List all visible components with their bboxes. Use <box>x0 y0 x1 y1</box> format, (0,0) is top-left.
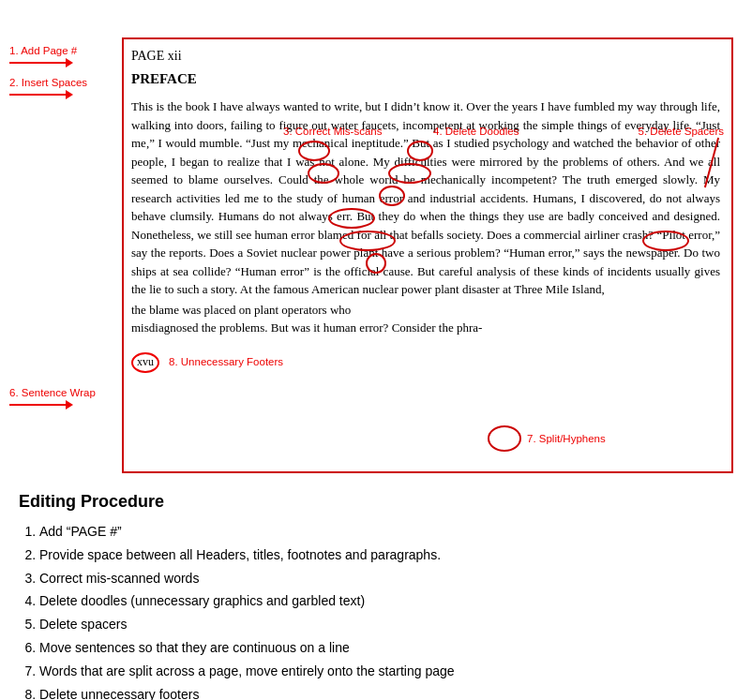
correct-miscans-label: 3. Correct Mis-scans <box>283 126 382 137</box>
doc-content: PAGE xii PREFACE This is the book I have… <box>131 47 720 373</box>
document-box: 3. Correct Mis-scans 4. Delete Doodles 5… <box>122 37 733 473</box>
circle-incompetent <box>642 231 689 251</box>
circle-phra <box>488 425 521 452</box>
editing-list-item: Words that are split across a page, move… <box>39 661 733 683</box>
circle-didnt <box>407 141 433 161</box>
footer-circle: xvu <box>131 352 159 373</box>
editing-list-item: Add “PAGE #” <box>39 521 733 544</box>
circle-and <box>379 186 405 206</box>
unnecessary-footers-label: 8. Unnecessary Footers <box>169 354 283 370</box>
editing-title: Editing Procedure <box>19 492 733 512</box>
footer-area: xvu 8. Unnecessary Footers <box>131 352 720 373</box>
split-hyphens-annotation: 7. Split/Hyphens <box>527 431 606 446</box>
delete-doodles-label: 4. Delete Doodles <box>433 126 519 137</box>
correct-miscans-annotation: 3. Correct Mis-scans <box>283 124 382 139</box>
circle-everyday <box>388 163 431 184</box>
circle-difficulties <box>328 208 375 229</box>
insert-spaces-label: 2. Insert Spaces <box>9 77 87 88</box>
editing-list-item: Delete doodles (unnecessary graphics and… <box>39 590 733 613</box>
circle-me <box>366 253 386 274</box>
delete-doodles-annotation: 4. Delete Doodles <box>433 124 519 139</box>
split-hyphens-label: 7. Split/Hyphens <box>527 433 606 444</box>
editing-list-item: Provide space between all Headers, title… <box>39 544 733 567</box>
delete-spacers-annotation: 5. Delete Spacers <box>639 124 724 139</box>
editing-list-item: Delete spacers <box>39 614 733 636</box>
preface-heading: PREFACE <box>131 69 720 90</box>
circle-whole-world <box>339 231 396 251</box>
wrap-line1: the blame was placed on plant operators … <box>131 301 720 320</box>
add-page-label: 1. Add Page # <box>9 45 77 56</box>
circle-failing <box>308 163 339 184</box>
page-header: PAGE xii <box>131 47 720 66</box>
circle-wanted <box>298 141 330 161</box>
left-annotations: 1. Add Page # 2. Insert Spaces 6. Senten… <box>9 37 120 473</box>
editing-list-item: Delete unnecessary footers <box>39 684 733 700</box>
editing-section: Editing Procedure Add “PAGE #”Provide sp… <box>9 492 733 700</box>
sentence-wrap-annotation: 6. Sentence Wrap <box>9 387 96 410</box>
body-text: This is the book I have always wanted to… <box>131 97 720 299</box>
editing-list-item: Correct mis-scanned words <box>39 568 733 590</box>
sentence-wrap-label: 6. Sentence Wrap <box>9 387 96 398</box>
page-container: 1. Add Page # 2. Insert Spaces 6. Senten… <box>0 0 752 700</box>
add-page-annotation: 1. Add Page # <box>9 45 77 67</box>
wrap-line2: misdiagnosed the problems. But was it hu… <box>131 319 720 337</box>
delete-spacers-label: 5. Delete Spacers <box>639 126 724 137</box>
footer-label: xvu <box>137 354 154 370</box>
editing-list-item: Move sentences so that they are continuo… <box>39 637 733 660</box>
editing-list: Add “PAGE #”Provide space between all He… <box>19 521 733 700</box>
insert-spaces-annotation: 2. Insert Spaces <box>9 77 87 99</box>
